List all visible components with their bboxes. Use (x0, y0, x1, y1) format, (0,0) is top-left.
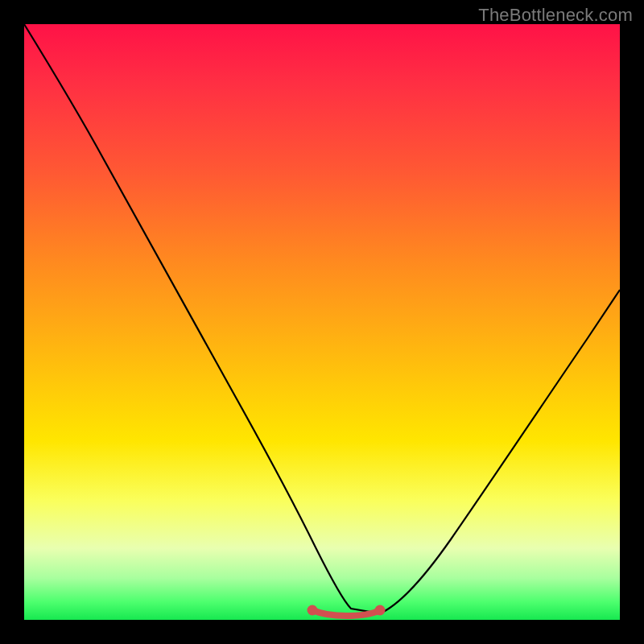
chart-svg (24, 24, 620, 620)
watermark-label: TheBottleneck.com (478, 5, 633, 26)
black-curve (24, 24, 620, 613)
red-flat-segment (312, 610, 380, 616)
chart-frame: TheBottleneck.com (0, 0, 644, 644)
red-dot-left (308, 605, 318, 616)
red-dot-right (375, 605, 386, 616)
plot-area (24, 24, 620, 620)
